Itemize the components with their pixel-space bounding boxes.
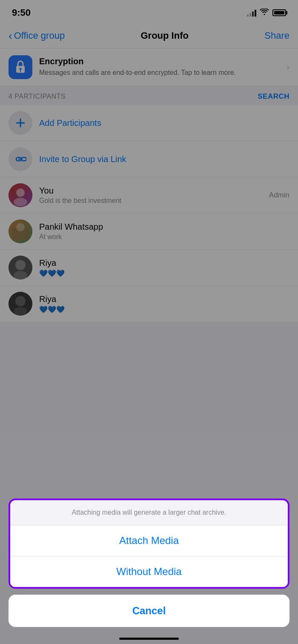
home-indicator (119, 638, 179, 640)
cancel-button[interactable]: Cancel (9, 595, 289, 627)
action-sheet-main: Attaching media will generate a larger c… (9, 499, 289, 589)
action-sheet: Attaching media will generate a larger c… (0, 499, 298, 644)
without-media-button[interactable]: Without Media (10, 556, 288, 587)
action-sheet-message: Attaching media will generate a larger c… (10, 500, 288, 525)
attach-media-button[interactable]: Attach Media (10, 525, 288, 556)
